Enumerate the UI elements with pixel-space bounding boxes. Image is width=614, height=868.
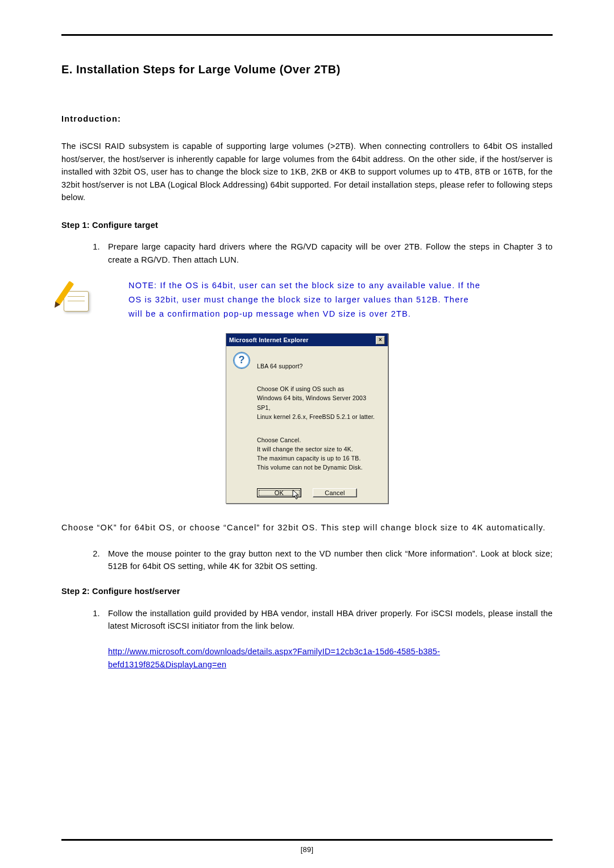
note-icon <box>61 279 94 314</box>
introduction-label: Introduction: <box>61 113 553 125</box>
dialog-wrapper: Microsoft Internet Explorer × ? LBA 64 s… <box>61 333 553 504</box>
close-icon[interactable]: × <box>376 336 385 344</box>
after-dialog-text: Choose “OK” for 64bit OS, or choose “Can… <box>61 521 553 535</box>
note-block: NOTE: If the OS is 64bit, user can set t… <box>61 279 553 321</box>
step2-item-1: Follow the installation guild provided b… <box>102 607 553 671</box>
svg-marker-0 <box>293 490 298 499</box>
introduction-body: The iSCSI RAID subsystem is capable of s… <box>61 140 553 203</box>
page-number: [89] <box>0 844 614 855</box>
bottom-horizontal-rule <box>61 839 553 841</box>
dialog-message: LBA 64 support? Choose OK if using OS su… <box>257 352 381 481</box>
step2-item-1-text: Follow the installation guild provided b… <box>108 609 553 630</box>
section-heading: E. Installation Steps for Large Volume (… <box>61 61 553 78</box>
note-text: NOTE: If the OS is 64bit, user can set t… <box>128 279 481 321</box>
iscsi-download-link[interactable]: http://www.microsoft.com/downloads/detai… <box>108 647 440 668</box>
step1-item-1: Prepare large capacity hard drivers wher… <box>102 240 553 266</box>
question-icon: ? <box>233 352 250 481</box>
dialog-title-text: Microsoft Internet Explorer <box>229 335 309 344</box>
dialog-titlebar: Microsoft Internet Explorer × <box>226 334 388 346</box>
dialog-msg-line1: LBA 64 support? <box>257 362 381 371</box>
step1-label: Step 1: Configure target <box>61 219 553 231</box>
dialog-msg-block1: Choose OK if using OS such as Windows 64… <box>257 384 381 421</box>
confirm-dialog: Microsoft Internet Explorer × ? LBA 64 s… <box>226 333 388 504</box>
top-horizontal-rule <box>61 34 553 36</box>
page: E. Installation Steps for Large Volume (… <box>0 0 614 868</box>
dialog-msg-block2: Choose Cancel. It will change the sector… <box>257 435 381 472</box>
step2-label: Step 2: Configure host/server <box>61 585 553 597</box>
cancel-button[interactable]: Cancel <box>313 488 357 497</box>
step1-item-2: Move the mouse pointer to the gray butto… <box>102 547 553 573</box>
